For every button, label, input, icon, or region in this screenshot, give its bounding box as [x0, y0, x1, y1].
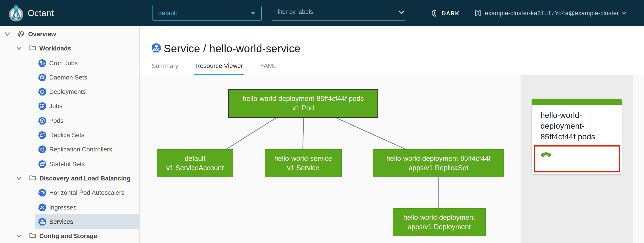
- selected-resource-card: hello-world-deployment-85ff4cf44f pods: [532, 98, 622, 174]
- sidebar-item-config-and-storage[interactable]: Config and Storage: [0, 229, 139, 243]
- graph-node-deployment[interactable]: hello-world-deployment apps/v1 Deploymen…: [393, 208, 486, 236]
- sidebar-item-label: Workloads: [39, 41, 71, 56]
- node-kind: apps/v1 ReplicaSet: [408, 163, 468, 172]
- cluster-name: example-cluster-ka3TuTzYo4a@example-clus…: [485, 10, 619, 16]
- ingress-icon: [38, 203, 46, 212]
- sidebar-item-replica-sets[interactable]: Replica Sets: [0, 128, 139, 142]
- node-kind: v1 Pod: [292, 104, 314, 113]
- replicationcontroller-icon: [38, 145, 46, 154]
- sidebar-item-deployments[interactable]: Deployments: [0, 84, 139, 99]
- replicaset-icon: [38, 131, 46, 139]
- sidebar-item-label: Horizontal Pod Autoscalers: [49, 186, 124, 200]
- node-kind: v1 Service: [287, 163, 320, 172]
- daemonset-icon: [38, 73, 46, 82]
- tab-bar: Summary Resource Viewer YAML: [150, 62, 278, 75]
- label-filter-input[interactable]: [273, 8, 391, 16]
- page-title: Service / hello-world-service: [164, 42, 300, 55]
- namespace-value: default: [158, 6, 177, 20]
- sidebar-item-pods[interactable]: Pods: [0, 113, 139, 128]
- label-filter[interactable]: [272, 6, 405, 20]
- resource-graph-canvas: hello-world-deployment-85ff4cf44f pods v…: [140, 75, 520, 243]
- sidebar-item-services[interactable]: Services: [0, 215, 139, 229]
- status-ok-strip: [532, 98, 622, 105]
- octant-logo-icon: [8, 4, 24, 22]
- sidebar-item-horizontal-pod-autoscalers[interactable]: Horizontal Pod Autoscalers: [0, 186, 139, 200]
- node-name: hello-world-deployment-85ff4cf44f: [386, 154, 490, 163]
- graph-node-replicaset[interactable]: hello-world-deployment-85ff4cf44f apps/v…: [373, 149, 504, 177]
- panel-gutter: [633, 75, 644, 243]
- app-header: Octant default DARK example-cluster-ka3T…: [0, 0, 644, 26]
- pod-status-dot: [547, 153, 551, 157]
- cluster-dropdown[interactable]: example-cluster-ka3TuTzYo4a@example-clus…: [474, 0, 626, 26]
- service-icon: [151, 43, 162, 53]
- objects-icon: [17, 30, 25, 38]
- sidebar-item-replication-controllers[interactable]: Replication Controllers: [0, 142, 139, 157]
- hpa-icon: [38, 189, 46, 197]
- tab-summary[interactable]: Summary: [150, 62, 180, 75]
- chevron-down-icon[interactable]: [4, 32, 10, 36]
- node-name: hello-world-service: [274, 154, 332, 163]
- dark-mode-label: DARK: [442, 10, 460, 16]
- sidebar-item-label: Overview: [28, 27, 56, 41]
- sidebar-nav: Overview Workloads Cron Jobs Daemon Sets: [0, 26, 140, 243]
- sidebar-item-label: Config and Storage: [39, 229, 97, 243]
- sidebar-item-cron-jobs[interactable]: Cron Jobs: [0, 56, 139, 70]
- caret-down-icon: [251, 12, 255, 15]
- folder-icon: [29, 174, 36, 181]
- namespace-dropdown[interactable]: default: [152, 6, 262, 20]
- pod-status-dot: [544, 152, 548, 155]
- dark-mode-toggle[interactable]: DARK: [431, 0, 460, 26]
- cluster-icon: [474, 9, 482, 17]
- sidebar-item-stateful-sets[interactable]: Stateful Sets: [0, 157, 139, 171]
- tab-resource-viewer[interactable]: Resource Viewer: [194, 62, 244, 75]
- cronjob-icon: [38, 59, 46, 67]
- sidebar-item-daemon-sets[interactable]: Daemon Sets: [0, 70, 139, 85]
- sidebar-item-label: Cron Jobs: [49, 56, 78, 70]
- app-title: Octant: [28, 0, 54, 26]
- sidebar-item-label: Replica Sets: [49, 128, 84, 142]
- graph-node-service[interactable]: hello-world-service v1 Service: [265, 149, 342, 177]
- sidebar-item-label: Replication Controllers: [49, 142, 112, 157]
- job-icon: [38, 102, 46, 111]
- pod-icon: [38, 117, 46, 125]
- node-name: hello-world-deployment-85ff4cf44f pods: [242, 94, 364, 104]
- main-content: Service / hello-world-service Summary Re…: [140, 26, 644, 243]
- node-name: hello-world-deployment: [404, 213, 475, 222]
- pod-status-selection-box[interactable]: [534, 145, 620, 172]
- sidebar-item-label: Daemon Sets: [49, 70, 87, 85]
- service-icon: [38, 218, 46, 226]
- folder-icon: [29, 232, 36, 239]
- node-name: default: [184, 154, 205, 163]
- sidebar-item-workloads[interactable]: Workloads: [0, 41, 139, 56]
- graph-node-pod[interactable]: hello-world-deployment-85ff4cf44f pods v…: [228, 89, 378, 118]
- resource-detail-panel: hello-world-deployment-85ff4cf44f pods: [520, 75, 633, 243]
- sidebar-item-label: Jobs: [49, 99, 62, 113]
- graph-node-serviceaccount[interactable]: default v1 ServiceAccount: [157, 149, 233, 177]
- moon-icon: [431, 9, 439, 17]
- node-kind: v1 ServiceAccount: [166, 163, 224, 172]
- sidebar-item-discovery-and-load-balancing[interactable]: Discovery and Load Balancing: [0, 171, 139, 186]
- chevron-down-icon[interactable]: [16, 46, 22, 51]
- statefulset-icon: [38, 160, 46, 168]
- tab-yaml[interactable]: YAML: [259, 62, 278, 75]
- sidebar-item-label: Deployments: [49, 84, 86, 99]
- sidebar-item-jobs[interactable]: Jobs: [0, 99, 139, 113]
- sidebar-item-ingresses[interactable]: Ingresses: [0, 200, 139, 215]
- node-kind: apps/v1 Deployment: [408, 222, 471, 231]
- deployment-icon: [38, 88, 46, 96]
- sidebar-item-label: Services: [49, 215, 73, 229]
- sidebar-item-label: Discovery and Load Balancing: [39, 171, 130, 186]
- chevron-down-icon[interactable]: [16, 176, 22, 181]
- sidebar-item-label: Pods: [49, 113, 64, 128]
- sidebar-item-label: Stateful Sets: [49, 157, 85, 171]
- folder-icon: [29, 44, 36, 52]
- chevron-down-icon: [398, 10, 404, 14]
- selected-resource-title: hello-world-deployment-85ff4cf44f pods: [532, 105, 622, 142]
- chevron-down-icon: [622, 12, 626, 15]
- chevron-down-icon[interactable]: [16, 234, 22, 238]
- sidebar-item-label: Ingresses: [49, 200, 76, 215]
- octant-app: Octant default DARK example-cluster-ka3T…: [0, 0, 644, 243]
- sidebar-item-overview[interactable]: Overview: [0, 27, 139, 41]
